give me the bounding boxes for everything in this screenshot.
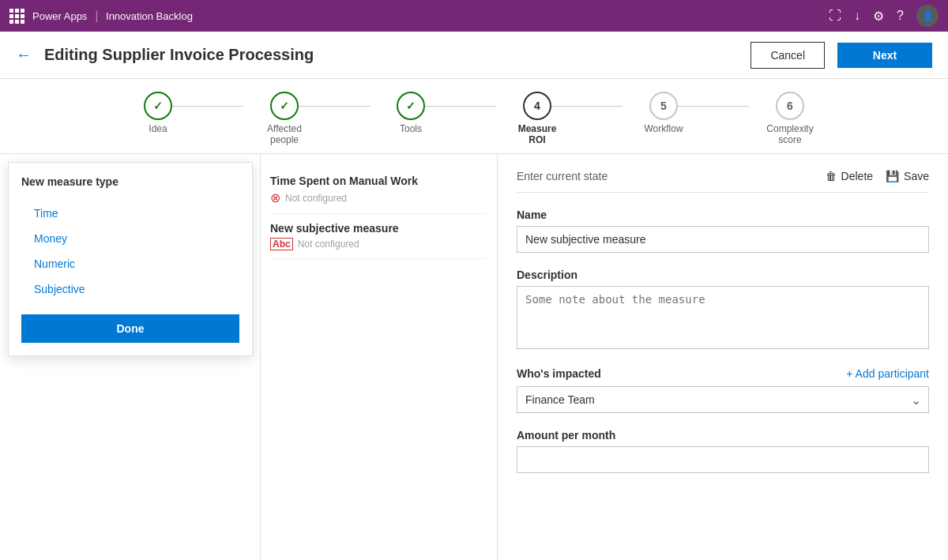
step-idea: ✓ Idea (111, 92, 205, 134)
name-form-group: Name (517, 209, 929, 253)
delete-label: Delete (841, 170, 873, 182)
measure-option-time[interactable]: Time (21, 201, 239, 226)
step-measure-roi: 4 MeasureROI (490, 92, 585, 145)
measure-item-title-1: Time Spent on Manual Work (270, 175, 487, 187)
check-icon: ✓ (280, 100, 289, 112)
step-workflow: 5 Workflow (616, 92, 711, 134)
stepper: ✓ Idea ✓ Affectedpeople ✓ Tools 4 Measur… (0, 79, 948, 154)
participant-select-wrapper: Finance Team ⌄ (517, 386, 929, 413)
measure-item-status-2: Abc Not configured (270, 238, 487, 250)
measure-item-subjective[interactable]: New subjective measure Abc Not configure… (270, 214, 487, 259)
action-buttons: 🗑 Delete 💾 Save (826, 170, 929, 182)
name-input[interactable] (517, 226, 929, 253)
step-circle-idea: ✓ (144, 92, 172, 120)
amount-form-group: Amount per month (517, 429, 929, 473)
who-impacted-header: Who's impacted + Add participant (517, 367, 929, 380)
topbar: Power Apps | Innovation Backlog ⛶ ↓ ⚙ ? … (0, 0, 948, 32)
step-label-complexity: Complexityscore (766, 123, 813, 145)
who-impacted-form-group: Who's impacted + Add participant Finance… (517, 367, 929, 413)
next-button[interactable]: Next (837, 43, 932, 68)
measure-list-panel: Time Spent on Manual Work ⊗ Not configur… (261, 154, 498, 560)
description-label: Description (517, 269, 929, 281)
step-affected-people: ✓ Affectedpeople (237, 92, 332, 145)
delete-button[interactable]: 🗑 Delete (826, 170, 873, 182)
add-participant-label: + Add participant (846, 367, 929, 380)
add-participant-button[interactable]: + Add participant (846, 367, 929, 380)
measure-option-money[interactable]: Money (21, 226, 239, 251)
measure-option-numeric[interactable]: Numeric (21, 251, 239, 276)
right-panel: Enter current state 🗑 Delete 💾 Save Name… (498, 154, 948, 560)
step-tools: ✓ Tools (363, 92, 458, 134)
page-title: Editing Supplier Invoice Processing (44, 46, 738, 64)
step-label-idea: Idea (149, 123, 167, 134)
name-label: Name (517, 209, 929, 221)
who-impacted-label: Who's impacted (517, 367, 846, 380)
done-button[interactable]: Done (21, 314, 239, 343)
left-panel: + Add measure Sug Tim Mo Nu Sub New meas… (0, 154, 261, 560)
step-circle-tools: ✓ (397, 92, 425, 120)
save-icon: 💾 (886, 170, 899, 182)
step-circle-affected: ✓ (270, 92, 299, 120)
main-content: + Add measure Sug Tim Mo Nu Sub New meas… (0, 154, 948, 560)
cancel-button[interactable]: Cancel (750, 42, 825, 69)
enter-state-label: Enter current state (517, 170, 826, 182)
state-header: Enter current state 🗑 Delete 💾 Save (517, 170, 929, 193)
app-name: Power Apps (32, 10, 87, 22)
measure-item-status-1: ⊗ Not configured (270, 190, 487, 205)
user-avatar[interactable]: 👤 (916, 5, 939, 27)
amount-label: Amount per month (517, 429, 929, 442)
participant-select[interactable]: Finance Team (517, 386, 929, 413)
apps-grid-icon[interactable] (9, 9, 24, 24)
help-icon[interactable]: ? (897, 9, 904, 23)
time-status-icon: ⊗ (270, 190, 280, 205)
delete-icon: 🗑 (826, 170, 837, 182)
step-complexity: 6 Complexityscore (743, 92, 837, 145)
step-label-workflow: Workflow (644, 123, 683, 134)
header: ← Editing Supplier Invoice Processing Ca… (0, 32, 948, 79)
step-circle-workflow: 5 (649, 92, 678, 120)
check-icon: ✓ (406, 100, 416, 112)
settings-icon[interactable]: ⚙ (873, 9, 884, 24)
measure-item-title-2: New subjective measure (270, 222, 487, 235)
project-name: Innovation Backlog (106, 10, 193, 22)
topbar-separator: | (95, 9, 98, 22)
amount-input[interactable] (517, 446, 929, 473)
topbar-right-icons: ⛶ ↓ ⚙ ? 👤 (829, 5, 939, 27)
save-label: Save (904, 170, 929, 182)
download-icon[interactable]: ↓ (854, 9, 860, 23)
dropdown-title: New measure type (21, 175, 239, 188)
measure-type-dropdown: New measure type Time Money Numeric Subj… (8, 162, 253, 356)
step-label-affected: Affectedpeople (267, 123, 302, 145)
status-text-1: Not configured (285, 193, 347, 204)
status-text-2: Not configured (298, 239, 359, 250)
fullscreen-icon[interactable]: ⛶ (829, 9, 841, 23)
measure-option-subjective[interactable]: Subjective (21, 276, 239, 302)
step-circle-measure: 4 (523, 92, 551, 120)
check-icon: ✓ (153, 100, 163, 112)
save-button[interactable]: 💾 Save (886, 170, 929, 182)
back-button[interactable]: ← (16, 46, 32, 64)
measure-item-time-spent[interactable]: Time Spent on Manual Work ⊗ Not configur… (270, 167, 487, 214)
abc-status-icon: Abc (270, 238, 293, 250)
step-label-measure: MeasureROI (518, 123, 557, 145)
description-form-group: Description (517, 269, 929, 351)
description-textarea[interactable] (517, 286, 929, 349)
step-label-tools: Tools (400, 123, 422, 134)
step-circle-complexity: 6 (776, 92, 804, 120)
